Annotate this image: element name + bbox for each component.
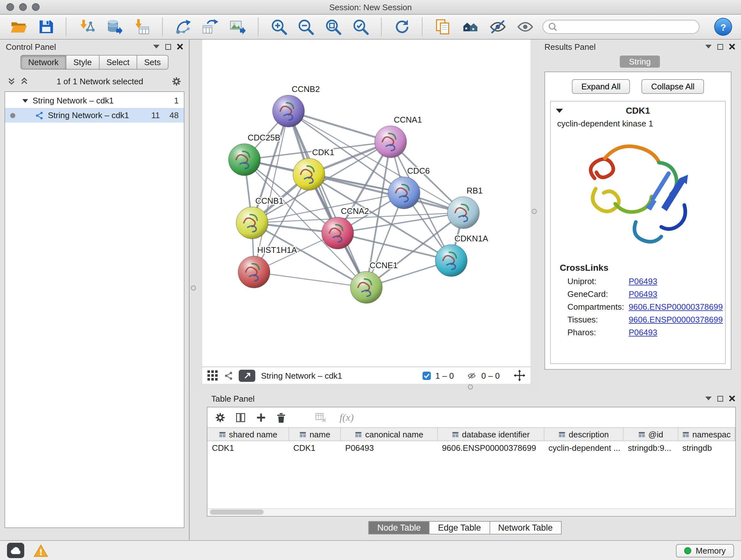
warnings-button[interactable]: [33, 544, 49, 557]
panel-collapse-icon[interactable]: [705, 45, 712, 49]
minimize-window-button[interactable]: [19, 3, 27, 11]
import-network-database-button[interactable]: [105, 17, 124, 37]
crosslink-value-link[interactable]: 9606.ENSP00000378699: [629, 315, 723, 324]
search-input[interactable]: [561, 22, 694, 31]
crosslink-value-link[interactable]: 9606.ENSP00000378699: [629, 302, 723, 312]
hide-selected-button[interactable]: [488, 17, 507, 37]
network-collection-row[interactable]: String Network – cdk1 1: [5, 93, 184, 108]
tab-edge-table[interactable]: Edge Table: [429, 521, 490, 535]
panel-float-icon[interactable]: [718, 395, 723, 401]
table-cell[interactable]: stringdb: [678, 441, 735, 454]
network-canvas[interactable]: CCNB2CCNA1CDC25BCDK1CDC6RB1CCNB1CCNA2CDK…: [202, 40, 530, 367]
hidden-eye-icon[interactable]: [467, 371, 477, 380]
import-table-button[interactable]: [132, 17, 151, 37]
expand-all-button[interactable]: Expand All: [572, 79, 630, 94]
share-network-icon[interactable]: [223, 371, 233, 380]
table-cell[interactable]: P06493: [341, 441, 437, 454]
cloud-button[interactable]: [7, 543, 24, 558]
column-header-name[interactable]: name: [289, 428, 341, 441]
collection-disclosure-icon[interactable]: [22, 99, 28, 103]
column-header-namespac[interactable]: namespac: [678, 428, 735, 441]
zoom-fit-button[interactable]: [324, 17, 343, 37]
panel-close-icon[interactable]: [729, 395, 735, 401]
delete-column-icon[interactable]: [276, 412, 286, 423]
network-edge[interactable]: [254, 272, 366, 287]
memory-button[interactable]: Memory: [676, 544, 734, 557]
crosslink-value-link[interactable]: P06493: [629, 289, 657, 299]
splitter-handle-left[interactable]: [191, 286, 196, 291]
gene-disclosure-icon[interactable]: [556, 108, 563, 113]
tab-network-table[interactable]: Network Table: [489, 521, 562, 535]
network-node-CCNB2[interactable]: CCNB2: [273, 84, 320, 127]
expand-tree-icon[interactable]: [20, 77, 28, 85]
gene-header[interactable]: CDK1: [551, 102, 725, 118]
table-row[interactable]: CDK1CDK1P064939606.ENSP00000378699cyclin…: [207, 441, 735, 454]
network-node-CDKN1A[interactable]: CDKN1A: [435, 234, 488, 276]
table-cell[interactable]: CDK1: [207, 441, 289, 454]
panel-close-icon[interactable]: [177, 44, 183, 50]
crosslink-value-link[interactable]: P06493: [629, 276, 657, 286]
clone-network-button[interactable]: [434, 17, 453, 37]
import-network-file-button[interactable]: [77, 17, 96, 37]
network-node-CCNA1[interactable]: CCNA1: [375, 115, 422, 158]
network-node-CDC25B[interactable]: CDC25B: [228, 133, 280, 176]
column-header-@id[interactable]: @id: [623, 428, 678, 441]
horizontal-scrollbar[interactable]: [208, 508, 735, 515]
apply-layout-button[interactable]: [393, 17, 411, 37]
tab-network[interactable]: Network: [20, 55, 66, 70]
add-column-icon[interactable]: [256, 413, 266, 423]
crosslinks-title: CrossLinks: [551, 257, 725, 275]
table-cell[interactable]: cyclin-dependent ...: [544, 441, 623, 454]
zoom-out-button[interactable]: [296, 17, 315, 37]
table-options-gear-icon[interactable]: [215, 413, 225, 423]
save-session-button[interactable]: [36, 17, 55, 37]
crosshair-move-icon[interactable]: [514, 370, 525, 381]
collapse-tree-icon[interactable]: [8, 77, 15, 85]
network-graph[interactable]: CCNB2CCNA1CDC25BCDK1CDC6RB1CCNB1CCNA2CDK…: [202, 40, 530, 367]
close-window-button[interactable]: [6, 3, 14, 11]
node-label-CCNA2: CCNA2: [341, 206, 369, 216]
column-header-description[interactable]: description: [544, 428, 623, 441]
collapse-all-button[interactable]: Collapse All: [642, 79, 704, 94]
open-session-button[interactable]: [9, 17, 28, 37]
table-cell[interactable]: CDK1: [289, 441, 341, 454]
show-columns-icon[interactable]: [235, 413, 246, 423]
network-row[interactable]: String Network – cdk1 11 48: [5, 108, 184, 123]
export-image-button[interactable]: [228, 17, 247, 37]
column-header-database-identifier[interactable]: database identifier: [437, 428, 544, 441]
new-network-from-table-button[interactable]: [201, 17, 219, 37]
new-network-button[interactable]: [173, 17, 192, 37]
network-node-RB1[interactable]: RB1: [448, 186, 483, 229]
column-header-canonical-name[interactable]: canonical name: [341, 428, 437, 441]
tab-node-table[interactable]: Node Table: [368, 521, 429, 535]
table-cell[interactable]: stringdb:9...: [623, 441, 678, 454]
panel-float-icon[interactable]: [165, 44, 171, 50]
birdseye-grid-icon[interactable]: [207, 370, 218, 381]
network-edge[interactable]: [288, 111, 366, 287]
panel-collapse-icon[interactable]: [705, 396, 712, 400]
splitter-handle-right[interactable]: [532, 209, 537, 214]
options-gear-icon[interactable]: [172, 76, 181, 86]
zoom-selected-button[interactable]: [351, 17, 370, 37]
tab-sets[interactable]: Sets: [137, 55, 169, 70]
help-button[interactable]: ?: [715, 18, 732, 36]
show-hidden-button[interactable]: [515, 17, 534, 37]
panel-close-icon[interactable]: [729, 44, 735, 50]
scrollbar-thumb[interactable]: [210, 509, 264, 515]
network-node-CDK1[interactable]: CDK1: [293, 147, 334, 190]
open-in-browser-button[interactable]: [239, 369, 255, 381]
network-node-HIST1H1A[interactable]: HIST1H1A: [238, 245, 297, 288]
selected-checkbox-icon[interactable]: [422, 371, 431, 380]
tab-select[interactable]: Select: [98, 55, 137, 70]
zoom-in-button[interactable]: [269, 17, 288, 37]
show-all-views-button[interactable]: [461, 17, 480, 37]
maximize-window-button[interactable]: [32, 3, 40, 11]
column-header-shared-name[interactable]: shared name: [207, 428, 289, 441]
crosslink-value-link[interactable]: P06493: [629, 327, 657, 337]
panel-collapse-icon[interactable]: [153, 45, 159, 49]
string-tab-badge[interactable]: String: [619, 56, 660, 68]
panel-float-icon[interactable]: [718, 44, 723, 50]
tab-style[interactable]: Style: [66, 55, 99, 70]
splitter-handle-bottom[interactable]: [468, 384, 473, 389]
table-cell[interactable]: 9606.ENSP00000378699: [437, 441, 544, 454]
